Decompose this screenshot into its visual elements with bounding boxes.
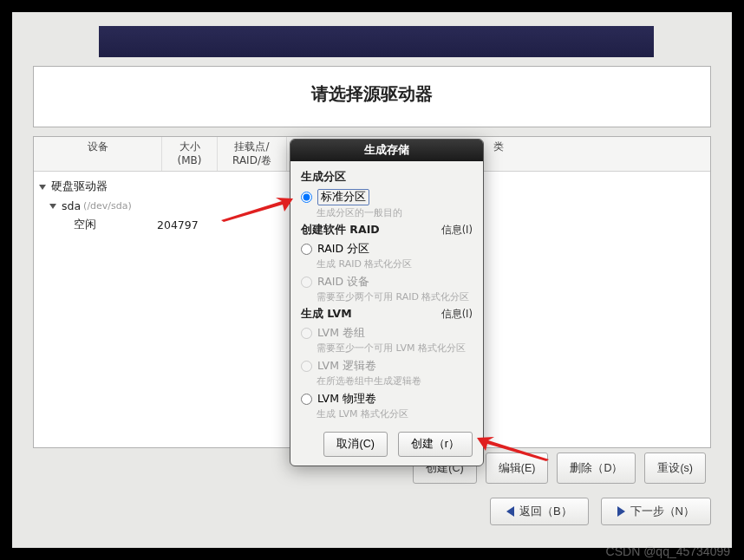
radio-input[interactable] xyxy=(301,192,312,203)
radio-raid-device: RAID 设备 xyxy=(301,275,473,290)
radio-raid-partition[interactable]: RAID 分区 xyxy=(301,242,473,257)
section-raid: 创建软件 RAID 信息(I) xyxy=(301,223,473,238)
hint-text: 生成分区的一般目的 xyxy=(317,206,473,219)
info-link-raid[interactable]: 信息(I) xyxy=(441,224,473,237)
top-banner xyxy=(99,26,654,57)
free-label: 空闲 xyxy=(74,218,96,232)
edit-button[interactable]: 编辑(E) xyxy=(486,453,549,484)
radio-lvm-vg: LVM 卷组 xyxy=(301,326,473,341)
watermark: CSDN @qq_45734099 xyxy=(606,544,730,558)
expand-icon[interactable] xyxy=(39,185,46,190)
page-title: 请选择源驱动器 xyxy=(34,67,710,127)
hint-text: 需要至少一个可用 LVM 格式化分区 xyxy=(317,342,473,355)
info-link-lvm[interactable]: 信息(I) xyxy=(441,308,473,321)
section-lvm: 生成 LVM 信息(I) xyxy=(301,307,473,322)
dialog-cancel-button[interactable]: 取消(C) xyxy=(323,432,387,457)
radio-input xyxy=(301,361,312,372)
radio-lvm-pv[interactable]: LVM 物理卷 xyxy=(301,392,473,407)
arrow-left-icon xyxy=(506,506,514,517)
radio-standard-partition[interactable]: 标准分区 xyxy=(301,189,473,205)
hint-text: 在所选卷组中生成逻辑卷 xyxy=(317,374,473,387)
nav-buttons: 返回（B） 下一步（N） xyxy=(33,498,711,525)
hint-text: 生成 LVM 格式化分区 xyxy=(317,407,473,420)
hint-text: 需要至少两个可用 RAID 格式化分区 xyxy=(317,290,473,303)
radio-input xyxy=(301,277,312,288)
back-button[interactable]: 返回（B） xyxy=(490,498,589,525)
radio-input[interactable] xyxy=(301,394,312,405)
dev-path: (/dev/sda) xyxy=(83,200,132,212)
dialog-title: 生成存储 xyxy=(290,140,483,161)
reset-button[interactable]: 重设(s) xyxy=(644,453,706,484)
main-panel: 请选择源驱动器 xyxy=(33,66,711,127)
radio-input[interactable] xyxy=(301,244,312,255)
dev-label: sda xyxy=(62,199,81,212)
radio-lvm-lv: LVM 逻辑卷 xyxy=(301,359,473,374)
section-partition: 生成分区 xyxy=(301,170,473,185)
create-storage-dialog: 生成存储 生成分区 标准分区 生成分区的一般目的 创建软件 RAID 信息(I)… xyxy=(290,139,484,466)
free-size: 204797 xyxy=(157,218,199,231)
col-device[interactable]: 设备 xyxy=(34,137,162,171)
delete-button[interactable]: 删除（D） xyxy=(557,453,636,484)
col-size[interactable]: 大小 (MB) xyxy=(162,137,218,171)
arrow-right-icon xyxy=(617,506,625,517)
root-label: 硬盘驱动器 xyxy=(51,179,108,194)
next-button[interactable]: 下一步（N） xyxy=(601,498,711,525)
expand-icon[interactable] xyxy=(49,204,56,209)
col-mount[interactable]: 挂载点/ RAID/卷 xyxy=(218,137,287,171)
dialog-create-button[interactable]: 创建（r） xyxy=(398,432,473,457)
radio-input xyxy=(301,328,312,339)
hint-text: 生成 RAID 格式化分区 xyxy=(317,257,473,270)
